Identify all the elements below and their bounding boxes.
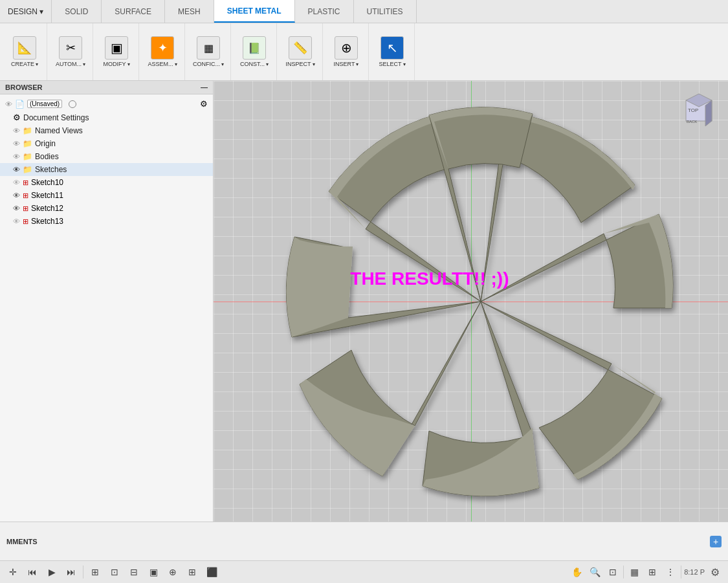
step-back-button[interactable]: ⏮ (25, 564, 40, 580)
tree-item-docsettings[interactable]: ⚙ Document Settings (0, 111, 213, 124)
insert-icon: ⊕ (335, 36, 358, 60)
eye-icon-sketch12: 👁 (13, 204, 20, 212)
inspect-icon: 📏 (289, 36, 312, 60)
toolbar: DESIGN ▾ SOLID SURFACE MESH SHEET METAL … (0, 0, 728, 81)
create-button[interactable]: 📐 CREATE ▾ (8, 34, 41, 70)
configure-group: ▦ CONFIC... ▾ (186, 23, 231, 80)
folder-icon: 📄 (15, 100, 25, 109)
separator-2 (623, 566, 624, 578)
configure-button[interactable]: ▦ CONFIC... ▾ (192, 34, 225, 70)
namedviews-label: Named Views (35, 126, 83, 135)
folder-icon-namedviews: 📁 (23, 126, 32, 135)
tree-item-origin[interactable]: 👁 📁 Origin (0, 137, 213, 150)
insert-group: ⊕ INSERT ▾ (324, 23, 369, 80)
configure-icon: ▦ (197, 36, 220, 60)
select-group: ↖ SELECT ▾ (370, 23, 415, 80)
pan-button[interactable]: ✋ (569, 564, 584, 580)
construct-button[interactable]: 📗 CONST... ▾ (237, 34, 271, 70)
tree-item-sketch13[interactable]: 👁 ⊞ Sketch13 (0, 215, 213, 228)
tree-item-sketch12[interactable]: 👁 ⊞ Sketch12 (0, 202, 213, 215)
zoom-button[interactable]: 🔍 (587, 564, 602, 580)
time-display: 8:12 P (684, 568, 705, 576)
sketch13-label: Sketch13 (31, 217, 63, 226)
automate-label: AUTOM... ▾ (56, 61, 85, 67)
tree-item-namedviews[interactable]: 👁 📁 Named Views (0, 124, 213, 137)
main-area: BROWSER — 👁 📄 (Unsaved) ⚙ ⚙ Document Set… (0, 81, 728, 522)
visibility-circle (69, 100, 76, 108)
create-label: CREATE ▾ (11, 61, 38, 67)
comments-label: MMENTS (6, 538, 38, 545)
timeline-btn4[interactable]: ▣ (146, 564, 161, 580)
eye-icon-sketch11: 👁 (13, 192, 20, 199)
tab-solid[interactable]: SOLID (52, 0, 102, 23)
settings-button[interactable]: ⚙ (707, 564, 723, 580)
create-icon: 📐 (13, 36, 36, 60)
timeline-btn6[interactable]: ⊞ (184, 564, 200, 580)
tab-plastic[interactable]: PLASTIC (295, 0, 354, 23)
timeline-btn3[interactable]: ⊟ (126, 564, 142, 580)
tab-mesh[interactable]: MESH (165, 0, 214, 23)
more-button[interactable]: ⋮ (663, 564, 678, 580)
select-icon: ↖ (381, 36, 404, 60)
root-gear-icon[interactable]: ⚙ (200, 99, 208, 109)
step-end-button[interactable]: ⏭ (63, 564, 79, 580)
viewport[interactable]: THE RESULTT!! ;)) TOP BACK (214, 81, 728, 522)
zoom-fit-button[interactable]: ⊡ (605, 564, 621, 580)
move-button[interactable]: ✛ (5, 564, 21, 580)
eye-icon-sketch10: 👁 (13, 179, 20, 186)
unsaved-badge: (Unsaved) (27, 100, 62, 108)
record-button[interactable]: ⬛ (204, 564, 219, 580)
display-mode-button[interactable]: ▦ (626, 564, 642, 580)
insert-button[interactable]: ⊕ INSERT ▾ (329, 34, 363, 70)
sketch-icon-11: ⊞ (23, 192, 28, 200)
tree-item-sketches[interactable]: 👁 📁 Sketches (0, 163, 213, 176)
docsettings-label: Document Settings (23, 113, 89, 122)
tab-utilities[interactable]: UTILITIES (354, 0, 417, 23)
configure-label: CONFIC... ▾ (193, 61, 224, 67)
inspect-button[interactable]: 📏 INSPECT ▾ (283, 34, 317, 70)
browser-collapse-button[interactable]: — (201, 83, 208, 91)
eye-icon-sketches: 👁 (13, 166, 20, 173)
modify-icon: ▣ (105, 36, 128, 60)
sidebar: BROWSER — 👁 📄 (Unsaved) ⚙ ⚙ Document Set… (0, 81, 214, 522)
orientation-cube[interactable]: TOP BACK (676, 87, 722, 133)
design-button[interactable]: DESIGN ▾ (0, 0, 52, 23)
tree-item-root[interactable]: 👁 📄 (Unsaved) ⚙ (0, 97, 213, 111)
bodies-label: Bodies (35, 152, 59, 161)
svg-text:TOP: TOP (688, 107, 698, 113)
sketch-icon-12: ⊞ (23, 204, 28, 213)
arc-segments-svg (261, 82, 701, 522)
construct-icon: 📗 (243, 36, 266, 60)
eye-icon-bodies: 👁 (13, 153, 20, 160)
browser-label: BROWSER (5, 83, 42, 91)
timeline-btn5[interactable]: ⊕ (165, 564, 181, 580)
origin-label: Origin (35, 139, 56, 148)
assemble-button[interactable]: ✦ ASSEM... ▾ (146, 34, 179, 70)
timeline-btn1[interactable]: ⊞ (87, 564, 103, 580)
modify-label: MODIFY ▾ (104, 61, 130, 67)
construct-group: 📗 CONST... ▾ (232, 23, 277, 80)
sketch-icon-13: ⊞ (23, 217, 28, 226)
eye-icon-origin: 👁 (13, 140, 20, 148)
tab-surface[interactable]: SURFACE (102, 0, 165, 23)
bottom-right: ✋ 🔍 ⊡ ▦ ⊞ ⋮ 8:12 P ⚙ (569, 564, 723, 580)
insert-label: INSERT ▾ (334, 61, 359, 67)
eye-icon-sketch13: 👁 (13, 217, 20, 225)
tree-item-sketch11[interactable]: 👁 ⊞ Sketch11 (0, 189, 213, 202)
sidebar-header: BROWSER — (0, 81, 213, 94)
timeline-btn2[interactable]: ⊡ (107, 564, 122, 580)
comments-panel: MMENTS + (0, 522, 728, 560)
add-comment-button[interactable]: + (710, 536, 722, 547)
tab-sheetmetal[interactable]: SHEET METAL (214, 0, 295, 23)
step-forward-button[interactable]: ▶ (44, 564, 60, 580)
select-button[interactable]: ↖ SELECT ▾ (375, 34, 409, 70)
tree-item-sketch10[interactable]: 👁 ⊞ Sketch10 (0, 176, 213, 189)
tool-groups: 📐 CREATE ▾ ✂ AUTOM... ▾ ▣ MODIFY ▾ ✦ ASS… (0, 23, 728, 80)
tree-item-bodies[interactable]: 👁 📁 Bodies (0, 150, 213, 163)
folder-icon-origin: 📁 (23, 139, 32, 148)
modify-button[interactable]: ▣ MODIFY ▾ (100, 34, 133, 70)
bottom-toolbar: ✛ ⏮ ▶ ⏭ ⊞ ⊡ ⊟ ▣ ⊕ ⊞ ⬛ ✋ 🔍 ⊡ ▦ ⊞ ⋮ 8:12 P… (0, 560, 728, 583)
modify-group: ▣ MODIFY ▾ (94, 23, 139, 80)
automate-button[interactable]: ✂ AUTOM... ▾ (54, 34, 87, 70)
grid-button[interactable]: ⊞ (645, 564, 660, 580)
